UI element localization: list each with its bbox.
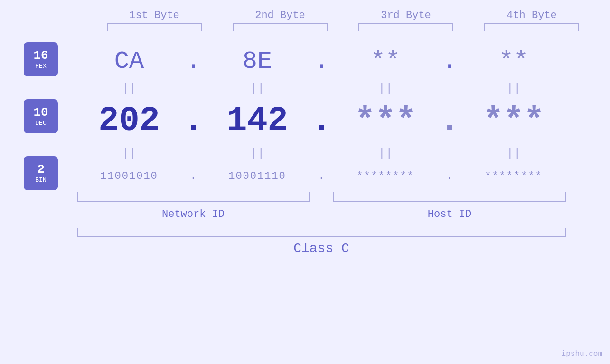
class-label: Class C (293, 241, 349, 256)
dec-val-4: *** (483, 102, 544, 140)
bin-row: 11001010 . 10001110 . ******** . (77, 162, 610, 190)
host-id-label: Host ID (428, 208, 471, 220)
equals-row-1: || || || || (77, 80, 610, 97)
bin-sep-2: . (318, 170, 324, 182)
eq-sign-6: || (250, 146, 264, 160)
hex-dot3: . (438, 47, 461, 75)
bin-badge-num: 2 (37, 163, 45, 176)
bin-val-2: 10001110 (228, 170, 286, 182)
eq-sign-1: || (122, 82, 136, 96)
bin-val-1: 11001010 (100, 170, 158, 182)
dec-val-2: 142 (226, 102, 288, 140)
hex-badge-label: HEX (35, 63, 46, 70)
bottom-bracket-row (77, 192, 610, 205)
hex-byte2: 8E (205, 47, 310, 75)
dec-byte4: *** (461, 102, 566, 140)
dec-dot2: . (310, 102, 333, 140)
hex-sep-3: . (442, 47, 457, 75)
hex-val-3: ** (371, 47, 400, 75)
dec-sep-2: . (311, 102, 331, 140)
class-bracket (77, 228, 566, 237)
bin-sep-1: . (190, 170, 196, 182)
eq-sign-8: || (506, 146, 521, 160)
hex-val-2: 8E (243, 47, 272, 75)
bin-sep-3: . (446, 170, 452, 182)
eq-sign-7: || (378, 146, 393, 160)
bin-byte3: ******** (333, 170, 438, 182)
dec-badge-num: 10 (33, 106, 48, 119)
host-id-bracket (333, 192, 566, 202)
dec-val-1: 202 (98, 102, 160, 140)
main-container: 1st Byte 2nd Byte 3rd Byte 4th Byte 16 H… (0, 0, 610, 364)
hex-dot2: . (310, 47, 333, 75)
hex-row: CA . 8E . ** . ** (77, 42, 610, 80)
bin-val-3: ******** (357, 170, 414, 182)
dec-sep-3: . (439, 104, 460, 138)
bracket-byte4 (484, 23, 579, 31)
byte-headers-row: 1st Byte 2nd Byte 3rd Byte 4th Byte (92, 9, 595, 21)
hex-badge-num: 16 (33, 49, 48, 62)
dec-dot1: . (181, 102, 205, 140)
bin-badge-label: BIN (35, 177, 46, 184)
dec-badge: 10 DEC (24, 99, 58, 133)
bin-dot2: . (310, 170, 333, 182)
hex-sep-1: . (186, 47, 200, 75)
dec-badge-label: DEC (35, 120, 46, 127)
hex-dot1: . (181, 47, 205, 75)
eq-sign-5: || (122, 146, 136, 160)
hex-byte3: ** (333, 47, 438, 75)
eq-sign-4: || (506, 82, 521, 96)
bin-byte1: 11001010 (77, 170, 181, 182)
dec-byte1: 202 (77, 102, 181, 140)
bracket-byte2 (233, 23, 328, 31)
dec-dot3: . (438, 104, 461, 138)
dec-val-3: *** (355, 102, 416, 140)
hex-sep-2: . (314, 47, 328, 75)
top-brackets (92, 23, 595, 31)
watermark: ipshu.com (562, 350, 602, 358)
bin-badge: 2 BIN (24, 156, 58, 190)
eq-sign-3: || (378, 82, 393, 96)
byte2-header: 2nd Byte (228, 9, 332, 21)
byte1-header: 1st Byte (102, 9, 206, 21)
bin-byte2: 10001110 (205, 170, 310, 182)
network-id-label: Network ID (162, 208, 225, 220)
dec-sep-1: . (183, 102, 203, 140)
net-host-labels: Network ID Host ID (77, 208, 610, 220)
equals-row-2: || || || || (77, 145, 610, 162)
hex-badge: 16 HEX (24, 42, 58, 76)
bin-val-4: ******** (485, 170, 543, 182)
bracket-byte3 (358, 23, 453, 31)
network-id-bracket (77, 192, 310, 202)
bin-byte4: ******** (461, 170, 566, 182)
hex-val-4: ** (499, 47, 528, 75)
dec-byte2: 142 (205, 102, 310, 140)
hex-val-1: CA (114, 47, 144, 75)
eq-sign-2: || (250, 82, 264, 96)
hex-byte1: CA (77, 47, 181, 75)
bin-dot1: . (181, 170, 205, 182)
byte4-header: 4th Byte (479, 9, 584, 21)
dec-row: 202 . 142 . *** . *** (77, 97, 610, 145)
dec-byte3: *** (333, 102, 438, 140)
bracket-byte1 (107, 23, 202, 31)
byte3-header: 3rd Byte (354, 9, 458, 21)
hex-byte4: ** (461, 47, 566, 75)
bin-dot3: . (438, 170, 461, 182)
